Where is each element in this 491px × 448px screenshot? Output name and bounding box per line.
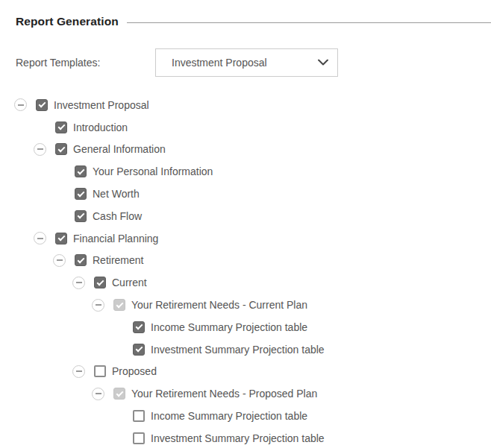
collapse-toggle[interactable] (53, 254, 66, 267)
collapse-toggle[interactable] (34, 232, 46, 244)
tree-row: Investment Summary Projection table (0, 338, 491, 361)
checkbox[interactable] (75, 188, 87, 200)
tree-row: Your Retirement Needs - Proposed Plan (0, 382, 491, 405)
tree-row: Your Personal Information (0, 160, 491, 183)
report-template-select[interactable]: Investment Proposal (155, 48, 338, 77)
check-icon (116, 389, 123, 397)
checkbox[interactable] (113, 299, 125, 311)
check-icon (135, 345, 143, 353)
minus-icon (96, 304, 101, 306)
tree-item-label: Proposed (112, 365, 157, 377)
tree-item-label: Your Personal Information (93, 165, 213, 177)
report-templates-row: Report Templates: Investment Proposal (16, 48, 338, 77)
minus-icon (76, 370, 82, 372)
collapse-toggle[interactable] (72, 277, 85, 289)
tree-item-label: Retirement (93, 254, 143, 266)
tree-row: General Information (0, 139, 491, 161)
checkbox[interactable] (94, 365, 106, 377)
checkbox[interactable] (133, 432, 145, 444)
checkbox[interactable] (113, 388, 125, 400)
tree-item-label: Your Retirement Needs - Proposed Plan (131, 388, 317, 400)
check-icon (116, 300, 123, 308)
checkbox[interactable] (94, 277, 106, 288)
tree-row: Income Summary Projection table (0, 316, 491, 338)
checkbox[interactable] (36, 99, 48, 111)
check-icon (77, 189, 84, 197)
checkbox[interactable] (133, 344, 145, 356)
dropdown-selected-value: Investment Proposal (172, 57, 267, 69)
collapse-toggle[interactable] (72, 365, 85, 378)
collapse-toggle[interactable] (14, 98, 27, 111)
tree-item-label: Your Retirement Needs - Current Plan (131, 299, 307, 311)
minus-icon (96, 393, 101, 394)
tree-row: Cash Flow (0, 205, 491, 227)
minus-icon (37, 238, 43, 239)
check-icon (57, 145, 65, 153)
tree-item-label: Investment Summary Projection table (151, 432, 325, 444)
tree-row: Income Summary Projection table (0, 405, 491, 427)
tree-row: Net Worth (0, 183, 491, 205)
report-templates-label: Report Templates: (16, 57, 155, 69)
report-generation-page: Report Generation Report Templates: Inve… (0, 0, 491, 448)
tree-row: Financial Planning (0, 227, 491, 250)
tree-row: Introduction (0, 116, 491, 139)
tree-row: Investment Proposal (0, 94, 491, 116)
checkbox[interactable] (55, 233, 67, 244)
tree-item-label: General Information (73, 143, 166, 155)
header-divider (127, 22, 491, 23)
check-icon (77, 212, 84, 219)
tree-row: Your Retirement Needs - Current Plan (0, 294, 491, 316)
check-icon (57, 123, 65, 130)
tree-item-label: Cash Flow (93, 210, 142, 222)
minus-icon (76, 282, 82, 283)
checkbox[interactable] (75, 254, 87, 266)
tree-item-label: Income Summary Projection table (151, 410, 307, 422)
checkbox[interactable] (55, 122, 67, 133)
tree-item-label: Financial Planning (73, 233, 158, 244)
page-header: Report Generation (16, 15, 491, 28)
collapse-toggle[interactable] (92, 388, 104, 400)
chevron-down-icon (318, 60, 328, 66)
tree-item-label: Investment Summary Projection table (151, 344, 325, 356)
page-title: Report Generation (16, 15, 119, 28)
checkbox[interactable] (133, 321, 145, 333)
check-icon (77, 256, 84, 264)
check-icon (135, 323, 143, 330)
tree-row: Investment Summary Projection table (0, 427, 491, 448)
checkbox[interactable] (75, 165, 87, 177)
minus-icon (37, 148, 43, 150)
check-icon (77, 167, 84, 174)
tree-row: Retirement (0, 250, 491, 272)
tree-item-label: Current (112, 277, 147, 288)
tree-item-label: Introduction (73, 122, 128, 133)
minus-icon (18, 104, 24, 106)
tree-item-label: Investment Proposal (54, 99, 149, 111)
check-icon (38, 101, 46, 108)
minus-icon (57, 259, 63, 261)
check-icon (57, 234, 65, 242)
report-sections-tree: Investment Proposal Introduction General… (0, 94, 491, 448)
collapse-toggle[interactable] (92, 299, 104, 312)
check-icon (96, 278, 104, 285)
tree-row: Proposed (0, 361, 491, 383)
collapse-toggle[interactable] (34, 143, 46, 156)
tree-item-label: Income Summary Projection table (151, 321, 307, 333)
checkbox[interactable] (75, 210, 87, 222)
checkbox[interactable] (133, 410, 145, 422)
checkbox[interactable] (55, 143, 67, 155)
tree-item-label: Net Worth (93, 188, 140, 200)
tree-row: Current (0, 271, 491, 294)
